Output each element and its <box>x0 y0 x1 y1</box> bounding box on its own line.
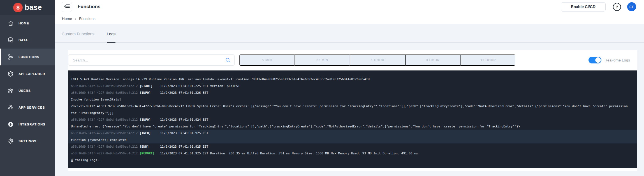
sidebar: 8 base HOME DATA FUNCTIONS API EXPL <box>0 0 55 176</box>
log-line: a50b16d9-343f-4227-8e9d-0a950ec4c212 [IN… <box>71 90 634 96</box>
time-range-1hour-button[interactable]: 1 HOUR <box>350 54 405 66</box>
functions-icon <box>7 54 14 60</box>
collapse-sidebar-icon <box>64 4 70 10</box>
brand-name: base <box>25 3 42 12</box>
logs-panel: 5 MIN 30 MIN 1 HOUR 3 HOUR 12 HOUR Real-… <box>68 50 637 171</box>
brand-8-icon: 8 <box>13 3 23 12</box>
time-range-12hour-button[interactable]: 12 HOUR <box>460 54 515 66</box>
sidebar-item-users[interactable]: USERS <box>0 82 55 99</box>
log-line: ⣾ tailing logs... <box>71 157 634 164</box>
sidebar-item-settings[interactable]: SETTINGS <box>0 133 55 150</box>
api-explorer-icon <box>7 70 14 77</box>
log-line: a50b16d9-343f-4227-8e9d-0a950ec4c212 [EN… <box>71 143 634 150</box>
app-services-icon <box>7 104 14 111</box>
sidebar-collapse-button[interactable] <box>62 2 72 12</box>
home-icon <box>7 20 14 27</box>
users-icon <box>7 87 14 94</box>
log-line: Function [syncStats] completed <box>68 137 637 143</box>
time-range-3hour-button[interactable]: 3 HOUR <box>405 54 460 66</box>
toggle-knob <box>595 57 601 63</box>
log-line: Unhandled error: {"message":"You don't h… <box>71 123 634 130</box>
sidebar-item-label: HOME <box>18 22 29 25</box>
log-line: 2023-11-09T12:41:01.923Z a50b16d9-343f-4… <box>71 103 634 116</box>
realtime-logs-label: Real-time Logs <box>604 58 630 62</box>
sidebar-item-label: INTEGRATIONS <box>18 123 45 126</box>
log-line: a50b16d9-343f-4227-8e9d-0a950ec4c212 [IN… <box>68 130 637 137</box>
sidebar-item-label: USERS <box>18 89 31 92</box>
time-range-group: 5 MIN 30 MIN 1 HOUR 3 HOUR 12 HOUR <box>239 54 515 66</box>
main-content: Functions Enable CI/CD ? EF Home › Funct… <box>55 0 644 176</box>
search-icon[interactable] <box>225 58 231 63</box>
breadcrumb: Home › Functions <box>55 13 644 24</box>
tabs: Custom Functions Logs <box>55 24 644 43</box>
sidebar-item-home[interactable]: HOME <box>0 15 55 32</box>
sidebar-item-label: DATA <box>18 38 28 42</box>
sidebar-item-label: API EXPLORER <box>18 72 45 76</box>
logs-toolbar: 5 MIN 30 MIN 1 HOUR 3 HOUR 12 HOUR Real-… <box>68 50 637 70</box>
settings-icon <box>7 138 14 145</box>
sidebar-item-label: FUNCTIONS <box>18 55 39 59</box>
integrations-icon <box>7 121 14 128</box>
app-logo[interactable]: 8 base <box>0 0 55 15</box>
sidebar-item-app-services[interactable]: APP SERVICES <box>0 99 55 116</box>
breadcrumb-home[interactable]: Home <box>62 17 72 21</box>
log-line: a50b16d9-343f-4227-8e9d-0a950ec4c212 [RE… <box>71 150 634 157</box>
topbar: Functions Enable CI/CD ? EF <box>55 0 644 13</box>
tab-custom-functions[interactable]: Custom Functions <box>62 32 94 42</box>
log-console[interactable]: INIT_START Runtime Version: nodejs:14.v3… <box>68 70 637 168</box>
log-line: INIT_START Runtime Version: nodejs:14.v3… <box>71 76 634 83</box>
time-range-30min-button[interactable]: 30 MIN <box>295 54 350 66</box>
sidebar-nav: HOME DATA FUNCTIONS API EXPLORER USERS <box>0 15 55 150</box>
sidebar-item-integrations[interactable]: INTEGRATIONS <box>0 116 55 133</box>
realtime-logs-toggle[interactable] <box>589 57 601 63</box>
sidebar-item-api-explorer[interactable]: API EXPLORER <box>0 65 55 82</box>
time-range-5min-button[interactable]: 5 MIN <box>239 54 295 66</box>
sidebar-item-functions[interactable]: FUNCTIONS <box>0 49 55 65</box>
sidebar-item-label: SETTINGS <box>18 140 36 143</box>
tab-logs[interactable]: Logs <box>107 32 115 42</box>
avatar[interactable]: EF <box>627 2 636 11</box>
search-input[interactable] <box>68 55 234 65</box>
log-line: a50b16d9-343f-4227-8e9d-0a950ec4c212 [ST… <box>71 83 634 90</box>
enable-cicd-button[interactable]: Enable CI/CD <box>561 2 606 12</box>
log-line: a50b16d9-343f-4227-8e9d-0a950ec4c212 [IN… <box>71 116 634 123</box>
help-icon[interactable]: ? <box>613 3 621 11</box>
database-icon <box>7 37 14 44</box>
breadcrumb-separator-icon: › <box>75 16 76 21</box>
realtime-logs-control: Real-time Logs <box>589 57 630 63</box>
page-title: Functions <box>78 4 100 10</box>
breadcrumb-current: Functions <box>79 17 96 21</box>
log-line: Invoke function [syncStats] <box>71 96 634 103</box>
search-box <box>68 54 235 66</box>
sidebar-item-label: APP SERVICES <box>18 106 45 109</box>
sidebar-item-data[interactable]: DATA <box>0 32 55 49</box>
